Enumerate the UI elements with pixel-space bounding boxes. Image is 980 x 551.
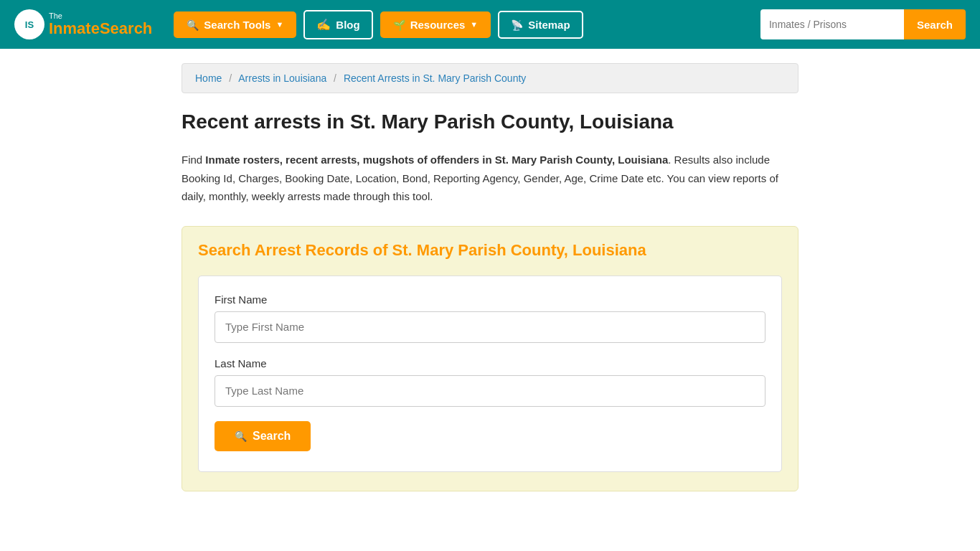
page-title: Recent arrests in St. Mary Parish County… [182,110,798,133]
first-name-group: First Name [215,293,765,343]
search-tools-label: Search Tools [204,19,270,31]
search-form: First Name Last Name Search [198,276,782,472]
last-name-input[interactable] [215,375,765,407]
nav-search-bar: Search [760,9,966,39]
last-name-label: Last Name [215,357,765,369]
breadcrumb-sep-2: / [334,72,336,84]
logo-icon: IS [14,9,44,39]
sitemap-icon [511,19,523,31]
breadcrumb: Home / Arrests in Louisiana / Recent Arr… [182,63,798,93]
resources-arrow-icon: ▼ [470,20,478,29]
description-bold: Inmate rosters, recent arrests, mugshots… [205,154,668,166]
last-name-group: Last Name [215,357,765,407]
search-submit-icon [235,430,247,443]
breadcrumb-current-link[interactable]: Recent Arrests in St. Mary Parish County [344,72,526,84]
logo-link[interactable]: IS The InmateSearch [14,9,152,39]
resources-icon [393,19,405,31]
description-intro: Find [182,154,205,166]
blog-icon [316,18,331,32]
nav-search-button-label: Search [917,19,953,31]
nav-search-button[interactable]: Search [904,9,966,39]
resources-label: Resources [410,19,466,31]
breadcrumb-home-link[interactable]: Home [195,72,222,84]
first-name-input[interactable] [215,311,765,343]
nav-search-input[interactable] [760,9,904,39]
page-description: Find Inmate rosters, recent arrests, mug… [182,151,798,206]
breadcrumb-sep-1: / [229,72,232,84]
logo-text: The InmateSearch [49,11,152,37]
search-section: Search Arrest Records of St. Mary Parish… [182,226,798,491]
search-section-title: Search Arrest Records of St. Mary Parish… [198,241,782,260]
first-name-label: First Name [215,293,765,306]
breadcrumb-arrests-link[interactable]: Arrests in Louisiana [238,72,326,84]
search-tools-icon [187,19,199,31]
search-submit-button[interactable]: Search [215,421,311,451]
search-submit-label: Search [253,430,291,443]
search-tools-arrow-icon: ▼ [275,20,283,29]
blog-label: Blog [336,19,359,31]
sitemap-label: Sitemap [528,19,570,31]
search-tools-button[interactable]: Search Tools ▼ [174,11,296,38]
navbar: IS The InmateSearch Search Tools ▼ Blog … [0,0,980,49]
sitemap-button[interactable]: Sitemap [498,11,583,39]
main-content: Home / Arrests in Louisiana / Recent Arr… [167,49,813,506]
blog-button[interactable]: Blog [303,10,372,39]
resources-button[interactable]: Resources ▼ [380,11,491,38]
